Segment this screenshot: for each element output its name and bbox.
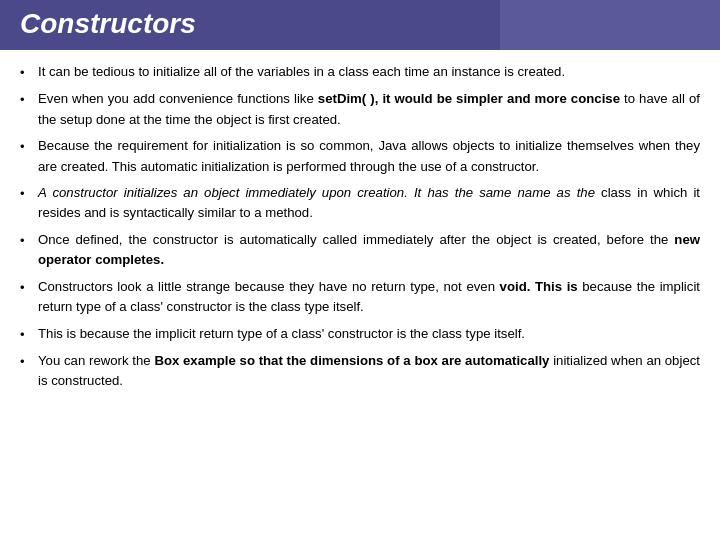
bullet-icon: •: [20, 277, 38, 298]
bold-text: setDim( ), it would be simpler and more …: [318, 91, 620, 106]
bullet-text: A constructor initializes an object imme…: [38, 183, 700, 224]
list-item: • You can rework the Box example so that…: [20, 351, 700, 392]
bullet-icon: •: [20, 89, 38, 110]
bullet-icon: •: [20, 351, 38, 372]
bold-text: Box example so that the dimensions of a …: [154, 353, 549, 368]
bullet-icon: •: [20, 62, 38, 83]
bullet-text: You can rework the Box example so that t…: [38, 351, 700, 392]
bold-text: This is: [535, 279, 578, 294]
bullet-icon: •: [20, 230, 38, 251]
bullet-icon: •: [20, 324, 38, 345]
list-item: • This is because the implicit return ty…: [20, 324, 700, 345]
bullet-text: Once defined, the constructor is automat…: [38, 230, 700, 271]
bullet-icon: •: [20, 183, 38, 204]
bold-text: void.: [500, 279, 531, 294]
slide-title: Constructors: [20, 8, 196, 39]
bullet-text: Even when you add convenience functions …: [38, 89, 700, 130]
bold-text: new operator completes.: [38, 232, 700, 267]
list-item: • Constructors look a little strange bec…: [20, 277, 700, 318]
slide-content: • It can be tedious to initialize all of…: [0, 50, 720, 408]
list-item: • A constructor initializes an object im…: [20, 183, 700, 224]
bullet-icon: •: [20, 136, 38, 157]
bullet-text: It can be tedious to initialize all of t…: [38, 62, 700, 82]
list-item: • Once defined, the constructor is autom…: [20, 230, 700, 271]
slide-header: Constructors: [0, 0, 720, 50]
list-item: • It can be tedious to initialize all of…: [20, 62, 700, 83]
bullet-text: Because the requirement for initializati…: [38, 136, 700, 177]
bullet-list: • It can be tedious to initialize all of…: [20, 62, 700, 392]
italic-text: A constructor initializes an object imme…: [38, 185, 595, 200]
list-item: • Even when you add convenience function…: [20, 89, 700, 130]
bullet-text: This is because the implicit return type…: [38, 324, 700, 344]
header-decoration: [500, 0, 720, 50]
list-item: • Because the requirement for initializa…: [20, 136, 700, 177]
bullet-text: Constructors look a little strange becau…: [38, 277, 700, 318]
